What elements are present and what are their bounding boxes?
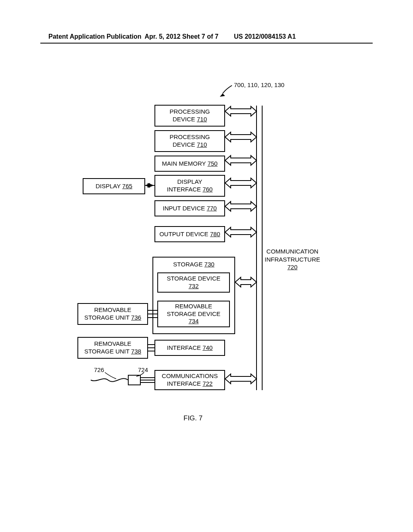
- line1: REMOVABLE: [94, 306, 131, 314]
- line: MAIN MEMORY 750: [162, 160, 218, 168]
- pointer-label: 700, 110, 120, 130: [234, 81, 284, 88]
- line1: DISPLAY: [177, 178, 202, 186]
- bus-arrow-icon: [225, 202, 257, 211]
- bus-arrow-icon: [225, 156, 257, 165]
- line2: DEVICE 710: [173, 141, 207, 149]
- line: INTERFACE 740: [167, 344, 213, 352]
- block-removable-storage-device: REMOVABLE STORAGE DEVICE 734: [157, 301, 230, 327]
- line1: STORAGE DEVICE: [167, 275, 220, 283]
- svg-marker-17: [220, 94, 225, 97]
- line2: STORAGE UNIT 738: [84, 348, 141, 355]
- line1: PROCESSING: [169, 133, 210, 141]
- block-removable-unit-736: REMOVABLE STORAGE UNIT 736: [77, 303, 148, 325]
- block-storage-device: STORAGE DEVICE 732: [157, 272, 230, 293]
- block-interface-740: INTERFACE 740: [154, 340, 225, 356]
- line2: DEVICE 710: [173, 116, 207, 123]
- bus-arrow-icon: [225, 132, 257, 142]
- bus-arrow-icon: [225, 374, 257, 384]
- bus-arrow-icon: [225, 178, 257, 188]
- diagram-figure-7: 700, 110, 120, 130 PROCESSING DEVICE DEV…: [0, 0, 413, 532]
- line1: REMOVABLE: [175, 303, 212, 310]
- line3: 720: [258, 263, 327, 271]
- block-communications-interface: COMMUNICATIONS INTERFACE 722: [154, 370, 225, 390]
- block-input-device: INPUT DEVICE 770: [154, 200, 225, 216]
- line2: INFRASTRUCTURE: [258, 256, 327, 264]
- block-output-device: OUTPUT DEVICE 780: [154, 226, 225, 242]
- line1: PROCESSING: [169, 108, 210, 116]
- line: INPUT DEVICE 770: [163, 205, 217, 212]
- line3: 734: [188, 318, 198, 325]
- line1: COMMUNICATION: [258, 247, 327, 256]
- bus-arrow-icon: [225, 227, 257, 237]
- line2: 732: [188, 283, 198, 290]
- figure-caption: FIG. 7: [184, 414, 202, 422]
- line1: REMOVABLE: [94, 340, 131, 348]
- svg-marker-4: [145, 183, 150, 188]
- block-removable-unit-738: REMOVABLE STORAGE UNIT 738: [77, 337, 148, 359]
- line: DISPLAY 765: [96, 183, 132, 190]
- line1: COMMUNICATIONS: [162, 372, 218, 380]
- bus-arrow-icon: [235, 277, 257, 287]
- line2: INTERFACE 722: [167, 380, 213, 388]
- callout-724: 724: [138, 366, 148, 373]
- block-display: DISPLAY 765: [83, 178, 145, 194]
- line: OUTPUT DEVICE 780: [159, 231, 220, 238]
- block-display-interface: DISPLAY INTERFACE 760: [154, 175, 225, 197]
- line: STORAGE 730: [173, 261, 214, 268]
- bus-arrow-icon: [225, 106, 257, 116]
- callout-726: 726: [94, 366, 104, 373]
- line2: INTERFACE 760: [167, 186, 213, 193]
- block-processing-2: PROCESSING DEVICE 710: [154, 130, 225, 152]
- path-726-squiggle: [91, 378, 128, 382]
- block-processing-1: PROCESSING DEVICE 710: [154, 105, 225, 127]
- line2: STORAGE DEVICE: [167, 310, 220, 318]
- bus-label: COMMUNICATION INFRASTRUCTURE 720: [258, 247, 327, 271]
- block-main-memory: MAIN MEMORY 750: [154, 156, 225, 172]
- path-724-box: [128, 375, 140, 385]
- line2: STORAGE UNIT 736: [84, 314, 141, 322]
